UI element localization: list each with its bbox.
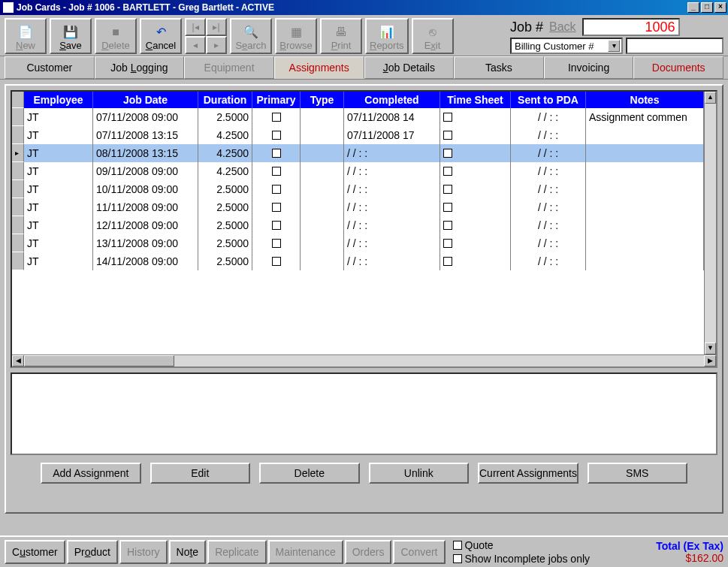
reports-icon: 📊 (379, 25, 394, 40)
primary-checkbox[interactable] (272, 257, 281, 266)
col-primary[interactable]: Primary (252, 92, 301, 108)
maximize-button[interactable]: □ (701, 2, 713, 13)
main-toolbar: 📄 New 💾 Save ■ Delete ↶ Cancel |◂ ▸| ◂ ▸… (0, 15, 728, 56)
vertical-scrollbar[interactable]: ▲ ▼ (704, 92, 716, 354)
add-assignment-button[interactable]: Add Assignment (41, 463, 141, 484)
quote-checkbox[interactable] (453, 541, 462, 550)
table-row[interactable]: JT11/11/2008 09:002.5000/ / : :/ / : : (12, 198, 704, 216)
print-icon: 🖶 (335, 25, 347, 40)
primary-checkbox[interactable] (272, 185, 281, 194)
assignment-detail-box[interactable] (11, 372, 717, 455)
primary-checkbox[interactable] (272, 203, 281, 212)
primary-checkbox[interactable] (272, 131, 281, 140)
table-row[interactable]: JT12/11/2008 09:002.5000/ / : :/ / : : (12, 216, 704, 234)
table-row[interactable]: JT14/11/2008 09:002.5000/ / : :/ / : : (12, 252, 704, 270)
timesheet-checkbox[interactable] (443, 239, 452, 248)
primary-checkbox[interactable] (272, 239, 281, 248)
edit-button[interactable]: Edit (150, 463, 251, 484)
tab-equipment[interactable]: Equipment (184, 56, 274, 79)
quote-label: Quote (465, 538, 494, 552)
timesheet-checkbox[interactable] (443, 167, 452, 176)
primary-checkbox[interactable] (272, 113, 281, 122)
exit-button[interactable]: ⎋ Exit (412, 18, 454, 54)
table-row[interactable]: JT08/11/2008 13:154.2500/ / : :/ / : : (12, 144, 704, 162)
scroll-left-icon[interactable]: ◀ (12, 355, 24, 366)
job-number-field[interactable]: 1006 (582, 18, 680, 36)
current-assignments-button[interactable]: Current Assignments (478, 463, 578, 484)
bottom-replicate-button[interactable]: Replicate (207, 540, 266, 564)
col-duration[interactable]: Duration (198, 92, 252, 108)
table-row[interactable]: JT09/11/2008 09:004.2500/ / : :/ / : : (12, 162, 704, 180)
col-sent-to-pda[interactable]: Sent to PDA (511, 92, 586, 108)
billing-customer-input[interactable] (626, 38, 723, 54)
save-button[interactable]: 💾 Save (50, 18, 92, 54)
timesheet-checkbox[interactable] (443, 221, 452, 230)
table-row[interactable]: JT10/11/2008 09:002.5000/ / : :/ / : : (12, 180, 704, 198)
bottom-orders-button[interactable]: Orders (345, 540, 392, 564)
nav-group: |◂ ▸| ◂ ▸ (185, 18, 227, 54)
bottom-history-button[interactable]: History (119, 540, 168, 564)
billing-customer-select[interactable]: Billing Customer # ▾ (510, 38, 623, 54)
timesheet-checkbox[interactable] (443, 203, 452, 212)
print-button[interactable]: 🖶 Print (320, 18, 362, 54)
tab-assignments[interactable]: Assignments (274, 56, 364, 79)
grid-header: Employee Job Date Duration Primary Type … (12, 92, 704, 108)
col-time-sheet[interactable]: Time Sheet (440, 92, 511, 108)
primary-checkbox[interactable] (272, 221, 281, 230)
scroll-right-icon[interactable]: ▶ (704, 355, 716, 366)
primary-checkbox[interactable] (272, 149, 281, 158)
tab-invoicing[interactable]: Invoicing (544, 56, 634, 79)
col-notes[interactable]: Notes (586, 92, 704, 108)
primary-checkbox[interactable] (272, 167, 281, 176)
nav-next-button[interactable]: ▸ (206, 36, 227, 54)
tab-customer[interactable]: Customer (5, 56, 95, 79)
table-row[interactable]: JT13/11/2008 09:002.5000/ / : :/ / : : (12, 234, 704, 252)
bottom-convert-button[interactable]: Convert (393, 540, 445, 564)
timesheet-checkbox[interactable] (443, 185, 452, 194)
tab-tasks[interactable]: Tasks (454, 56, 544, 79)
nav-last-button[interactable]: ▸| (206, 18, 227, 36)
browse-button[interactable]: ▦ Browse (275, 18, 317, 54)
delete-assignment-button[interactable]: Delete (259, 463, 360, 484)
exit-icon: ⎋ (429, 25, 436, 40)
timesheet-checkbox[interactable] (443, 149, 452, 158)
tab-job-logging[interactable]: Job Logging (95, 56, 185, 79)
nav-first-button[interactable]: |◂ (185, 18, 206, 36)
timesheet-checkbox[interactable] (443, 113, 452, 122)
horizontal-scrollbar[interactable]: ◀ ▶ (12, 354, 716, 366)
bottom-product-button[interactable]: Product (67, 540, 118, 564)
col-completed[interactable]: Completed (344, 92, 440, 108)
window-title: Job Cards - Job # 1006 - BARTLETT - Greg… (17, 2, 274, 13)
col-type[interactable]: Type (301, 92, 344, 108)
new-button[interactable]: 📄 New (5, 18, 47, 54)
col-employee[interactable]: Employee (24, 92, 93, 108)
search-button[interactable]: 🔍 Search (230, 18, 272, 54)
tab-documents[interactable]: Documents (633, 56, 723, 79)
sms-button[interactable]: SMS (588, 463, 688, 484)
cancel-button[interactable]: ↶ Cancel (140, 18, 182, 54)
back-button[interactable]: Back (546, 20, 579, 34)
incomplete-checkbox[interactable] (453, 554, 462, 563)
grid-body[interactable]: JT07/11/2008 09:002.500007/11/2008 14/ /… (12, 108, 704, 354)
tab-job-details[interactable]: Job Details (364, 56, 455, 79)
scroll-up-icon[interactable]: ▲ (705, 92, 716, 104)
col-job-date[interactable]: Job Date (93, 92, 198, 108)
nav-prev-button[interactable]: ◂ (185, 36, 206, 54)
timesheet-checkbox[interactable] (443, 131, 452, 140)
table-row[interactable]: JT07/11/2008 13:154.250007/11/2008 17/ /… (12, 126, 704, 144)
timesheet-checkbox[interactable] (443, 257, 452, 266)
assignments-panel: Employee Job Date Duration Primary Type … (5, 84, 723, 514)
bottom-customer-button[interactable]: Customer (5, 540, 65, 564)
bottom-note-button[interactable]: Note (169, 540, 207, 564)
table-row[interactable]: JT07/11/2008 09:002.500007/11/2008 14/ /… (12, 108, 704, 126)
scroll-down-icon[interactable]: ▼ (705, 342, 716, 354)
unlink-button[interactable]: Unlink (369, 463, 470, 484)
undo-icon: ↶ (156, 25, 166, 40)
reports-button[interactable]: 📊 Reports (365, 18, 409, 54)
titlebar: Job Cards - Job # 1006 - BARTLETT - Greg… (0, 0, 728, 15)
bottom-maintenance-button[interactable]: Maintenance (268, 540, 343, 564)
minimize-button[interactable]: _ (687, 2, 699, 13)
close-button[interactable]: × (714, 2, 726, 13)
total-value: $162.00 (656, 552, 723, 564)
delete-button[interactable]: ■ Delete (95, 18, 137, 54)
